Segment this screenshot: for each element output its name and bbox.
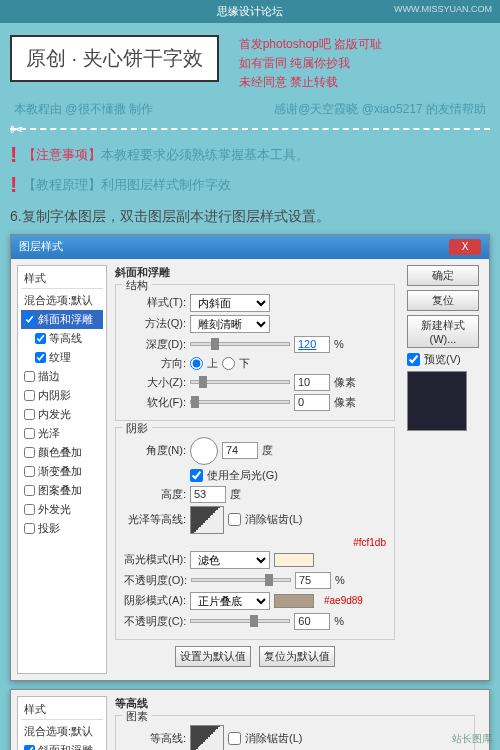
styles-header-2: 样式 (21, 700, 103, 720)
shadow-hex: #ae9d89 (324, 595, 363, 606)
bevel-checkbox-2[interactable] (24, 745, 35, 750)
title-area: 原创 · 夹心饼干字效 首发photoshop吧 盗版可耻 如有雷同 纯属你抄我… (10, 35, 490, 93)
inner-shadow-checkbox[interactable] (24, 390, 35, 401)
size-value[interactable]: 10 (294, 374, 330, 391)
opacity1-value[interactable]: 75 (295, 572, 331, 589)
main-title: 原创 · 夹心饼干字效 (10, 35, 219, 82)
inner-glow-checkbox[interactable] (24, 409, 35, 420)
satin-checkbox[interactable] (24, 428, 35, 439)
gloss-label: 光泽等高线: (124, 512, 186, 527)
ok-button[interactable]: 确定 (407, 265, 479, 286)
panel-heading: 斜面和浮雕 (115, 265, 395, 280)
shading-label: 阴影 (122, 421, 152, 436)
step-text: 6.复制字体图层，双击图层副本进行图层样式设置。 (0, 200, 500, 234)
satin-item[interactable]: 光泽 (21, 424, 103, 443)
direction-label: 方向: (124, 356, 186, 371)
new-style-button[interactable]: 新建样式(W)... (407, 315, 479, 348)
opacity2-slider[interactable] (190, 619, 290, 623)
outer-glow-item[interactable]: 外发光 (21, 500, 103, 519)
size-slider[interactable] (190, 380, 290, 384)
outer-glow-checkbox[interactable] (24, 504, 35, 515)
blend-options-item-2[interactable]: 混合选项:默认 (21, 722, 103, 741)
bevel-checkbox[interactable] (24, 314, 35, 325)
texture-checkbox[interactable] (35, 352, 46, 363)
texture-sub-item[interactable]: 纹理 (21, 348, 103, 367)
note-attention: ! 【注意事项】 本教程要求必须熟练掌握基本工具。 (0, 140, 500, 170)
highlight-mode-select[interactable]: 滤色 (190, 551, 270, 569)
bevel-item[interactable]: 斜面和浮雕 (21, 310, 103, 329)
watermark-url: WWW.MISSYUAN.COM (394, 4, 492, 14)
credit-row: 本教程由 @很不懂撒 制作 感谢@天空霞晓 @xiao5217 的友情帮助 (0, 101, 500, 118)
dialog-titlebar[interactable]: 图层样式 X (11, 235, 489, 259)
divider: ✂ (10, 128, 490, 130)
color-overlay-item[interactable]: 颜色叠加 (21, 443, 103, 462)
depth-slider[interactable] (190, 342, 290, 346)
angle-dial[interactable] (190, 437, 218, 465)
altitude-value[interactable]: 53 (190, 486, 226, 503)
warn-line-1: 首发photoshop吧 盗版可耻 (239, 37, 382, 51)
scissor-icon: ✂ (10, 120, 23, 139)
gloss-contour-swatch[interactable] (190, 506, 224, 534)
preview-thumbnail (407, 371, 467, 431)
contour-label: 等高线: (124, 731, 186, 746)
bevel-settings: 斜面和浮雕 结构 样式(T):内斜面 方法(Q):雕刻清晰 深度(D):120%… (107, 265, 403, 674)
principle-text: 利用图层样式制作字效 (101, 176, 231, 194)
dir-down-radio[interactable] (222, 357, 235, 370)
elements-label: 图素 (122, 709, 152, 724)
gradient-overlay-item[interactable]: 渐变叠加 (21, 462, 103, 481)
soften-slider[interactable] (190, 400, 290, 404)
inner-shadow-item[interactable]: 内阴影 (21, 386, 103, 405)
method-select[interactable]: 雕刻清晰 (190, 315, 270, 333)
structure-group: 结构 样式(T):内斜面 方法(Q):雕刻清晰 深度(D):120% 方向:上下… (115, 284, 395, 421)
stroke-checkbox[interactable] (24, 371, 35, 382)
attention-label: 【注意事项】 (23, 146, 101, 164)
contour-sub-item[interactable]: 等高线 (21, 329, 103, 348)
structure-label: 结构 (122, 278, 152, 293)
color-overlay-checkbox[interactable] (24, 447, 35, 458)
contour-swatch[interactable] (190, 725, 224, 750)
depth-label: 深度(D): (124, 337, 186, 352)
angle-value[interactable]: 74 (222, 442, 258, 459)
highlight-color-swatch[interactable] (274, 553, 314, 567)
dialog-buttons: 确定 复位 新建样式(W)... 预览(V) (403, 265, 483, 674)
size-label: 大小(Z): (124, 375, 186, 390)
contour-heading: 等高线 (115, 696, 475, 711)
gradient-overlay-checkbox[interactable] (24, 466, 35, 477)
preview-checkbox[interactable] (407, 353, 420, 366)
style-select[interactable]: 内斜面 (190, 294, 270, 312)
set-default-button[interactable]: 设置为默认值 (175, 646, 251, 667)
blend-options-item[interactable]: 混合选项:默认 (21, 291, 103, 310)
antialias-checkbox-2[interactable] (228, 732, 241, 745)
contour-checkbox[interactable] (35, 333, 46, 344)
warn-line-3: 未经同意 禁止转载 (239, 73, 382, 92)
inner-glow-item[interactable]: 内发光 (21, 405, 103, 424)
layer-style-dialog-2: 样式 混合选项:默认 斜面和浮雕 等高线 纹理 等高线 图素 等高线:消除锯齿(… (10, 689, 490, 750)
note-principle: ! 【教程原理】 利用图层样式制作字效 (0, 170, 500, 200)
antialias-checkbox[interactable] (228, 513, 241, 526)
reset-default-button[interactable]: 复位为默认值 (259, 646, 335, 667)
dir-up-radio[interactable] (190, 357, 203, 370)
warn-line-2: 如有雷同 纯属你抄我 (239, 54, 382, 73)
drop-shadow-item[interactable]: 投影 (21, 519, 103, 538)
depth-value[interactable]: 120 (294, 336, 330, 353)
elements-group: 图素 等高线:消除锯齿(L) 范围(R):100% (115, 715, 475, 750)
opacity2-value[interactable]: 60 (294, 613, 330, 630)
bevel-item-2[interactable]: 斜面和浮雕 (21, 741, 103, 750)
global-light-checkbox[interactable] (190, 469, 203, 482)
close-icon[interactable]: X (449, 239, 481, 255)
opacity1-label: 不透明度(O): (124, 573, 187, 588)
footer-watermark: 站长图库 (452, 732, 492, 746)
pattern-overlay-item[interactable]: 图案叠加 (21, 481, 103, 500)
shadow-mode-select[interactable]: 正片叠底 (190, 592, 270, 610)
shadow-color-swatch[interactable] (274, 594, 314, 608)
styles-list: 样式 混合选项:默认 斜面和浮雕 等高线 纹理 描边 内阴影 内发光 光泽 颜色… (17, 265, 107, 674)
altitude-label: 高度: (124, 487, 186, 502)
soften-value[interactable]: 0 (294, 394, 330, 411)
warning-text: 首发photoshop吧 盗版可耻 如有雷同 纯属你抄我 未经同意 禁止转载 (239, 35, 382, 93)
highlight-hex: #fcf1db (353, 537, 386, 548)
stroke-item[interactable]: 描边 (21, 367, 103, 386)
opacity1-slider[interactable] (191, 578, 291, 582)
cancel-button[interactable]: 复位 (407, 290, 479, 311)
drop-shadow-checkbox[interactable] (24, 523, 35, 534)
pattern-overlay-checkbox[interactable] (24, 485, 35, 496)
